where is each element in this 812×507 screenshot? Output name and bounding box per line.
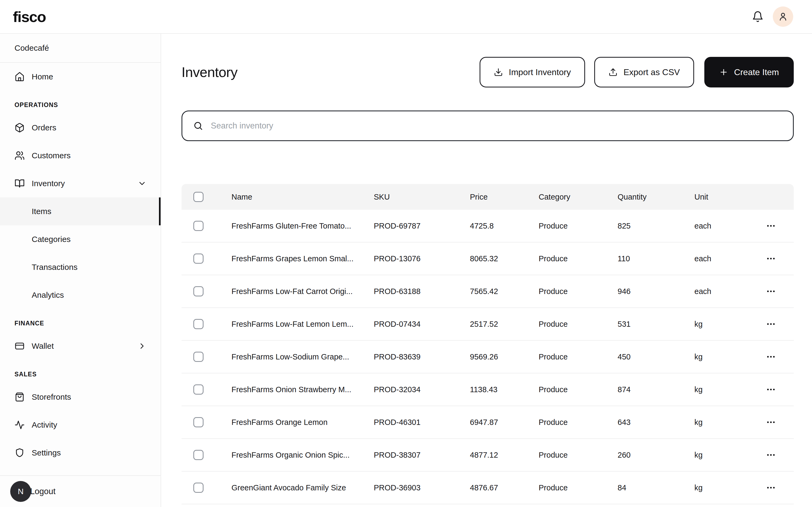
cell-actions — [748, 381, 794, 398]
cell-unit: each — [694, 287, 748, 296]
row-checkbox[interactable] — [193, 319, 204, 329]
cell-price: 4876.67 — [470, 484, 539, 492]
cell-category: Produce — [539, 320, 618, 329]
sidebar-section-operations: OPERATIONS — [0, 91, 161, 114]
row-actions-button[interactable] — [763, 414, 779, 431]
cell-quantity: 84 — [618, 484, 694, 492]
row-checkbox[interactable] — [193, 286, 204, 296]
sidebar-item-categories[interactable]: Categories — [0, 225, 161, 253]
chevron-right-icon — [138, 341, 147, 351]
row-actions-button[interactable] — [763, 283, 779, 300]
download-icon — [494, 68, 503, 77]
row-actions-button[interactable] — [763, 218, 779, 234]
sidebar-item-customers[interactable]: Customers — [0, 142, 161, 170]
package-icon — [14, 123, 25, 133]
org-switcher[interactable]: Codecafé — [0, 34, 161, 63]
sidebar-item-inventory[interactable]: Inventory — [0, 170, 161, 198]
row-actions-button[interactable] — [763, 381, 779, 398]
shopping-bag-icon — [14, 392, 25, 402]
cell-actions — [748, 414, 794, 431]
select-all-checkbox[interactable] — [193, 192, 204, 202]
cell-actions — [748, 348, 794, 365]
cell-sku: PROD-36903 — [374, 484, 470, 492]
cell-name: FreshFarms Gluten-Free Tomato... — [232, 222, 374, 230]
sidebar-item-activity[interactable]: Activity — [0, 411, 161, 439]
button-label: Create Item — [734, 67, 779, 77]
row-actions-button[interactable] — [763, 250, 779, 267]
cell-name: FreshFarms Grapes Lemon Smal... — [232, 254, 374, 263]
notifications-button[interactable] — [752, 11, 764, 22]
home-icon — [14, 72, 25, 82]
search-input[interactable] — [211, 121, 782, 131]
main-content: Inventory Import Inventory Export as CSV… — [161, 34, 812, 507]
sidebar-item-wallet[interactable]: Wallet — [0, 332, 161, 360]
cell-actions — [748, 316, 794, 332]
row-checkbox[interactable] — [193, 450, 204, 460]
user-icon — [778, 11, 789, 22]
cell-quantity: 874 — [618, 385, 694, 394]
sidebar-item-label: Customers — [32, 151, 70, 160]
cell-sku: PROD-46301 — [374, 418, 470, 427]
sidebar-item-settings[interactable]: Settings — [0, 439, 161, 467]
search-bar — [182, 111, 794, 141]
row-checkbox[interactable] — [193, 417, 204, 427]
sidebar-item-transactions[interactable]: Transactions — [0, 253, 161, 281]
chevron-down-icon — [138, 179, 147, 188]
logout-button[interactable]: Logout — [30, 487, 56, 496]
cell-unit: kg — [694, 320, 748, 329]
sidebar-item-storefronts[interactable]: Storefronts — [0, 383, 161, 411]
row-actions-button[interactable] — [763, 447, 779, 463]
table-row: FreshFarms Orange Lemon PROD-46301 6947.… — [182, 406, 794, 439]
column-header-name: Name — [232, 192, 374, 202]
row-checkbox-cell — [182, 221, 232, 231]
sidebar-section-sales: SALES — [0, 360, 161, 383]
row-checkbox[interactable] — [193, 384, 204, 395]
row-actions-button[interactable] — [763, 480, 779, 496]
row-checkbox-cell — [182, 352, 232, 362]
cell-category: Produce — [539, 352, 618, 361]
cell-quantity: 825 — [618, 222, 694, 230]
row-checkbox-cell — [182, 286, 232, 296]
cell-actions — [748, 447, 794, 463]
row-checkbox-cell — [182, 450, 232, 460]
row-actions-button[interactable] — [763, 348, 779, 365]
sidebar-item-items[interactable]: Items — [0, 198, 161, 225]
cell-price: 8065.32 — [470, 254, 539, 263]
table-row: FreshFarms Low-Fat Carrot Origi... PROD-… — [182, 275, 794, 308]
ellipsis-icon — [766, 253, 776, 264]
create-item-button[interactable]: Create Item — [704, 57, 794, 88]
table-header-row: Name SKU Price Category Quantity Unit — [182, 184, 794, 210]
cell-quantity: 110 — [618, 254, 694, 263]
sidebar-section-finance: FINANCE — [0, 309, 161, 332]
export-csv-button[interactable]: Export as CSV — [594, 57, 694, 88]
cell-price: 1138.43 — [470, 385, 539, 394]
column-header-price: Price — [470, 192, 539, 202]
cell-actions — [748, 218, 794, 234]
row-checkbox[interactable] — [193, 221, 204, 231]
cell-sku: PROD-69787 — [374, 222, 470, 230]
cell-name: FreshFarms Orange Lemon — [232, 418, 374, 427]
user-avatar[interactable]: N — [10, 481, 31, 502]
sidebar-item-home[interactable]: Home — [0, 63, 161, 91]
page-title: Inventory — [182, 64, 238, 80]
cell-quantity: 450 — [618, 352, 694, 361]
row-checkbox[interactable] — [193, 253, 204, 264]
row-checkbox-cell — [182, 319, 232, 329]
row-actions-button[interactable] — [763, 316, 779, 332]
profile-button[interactable] — [773, 6, 793, 27]
cell-quantity: 260 — [618, 451, 694, 459]
ellipsis-icon — [766, 319, 776, 329]
ellipsis-icon — [766, 352, 776, 362]
import-inventory-button[interactable]: Import Inventory — [479, 57, 585, 88]
column-header-quantity: Quantity — [618, 192, 694, 202]
row-checkbox[interactable] — [193, 352, 204, 362]
sidebar-item-label: Inventory — [32, 179, 65, 188]
sidebar-item-analytics[interactable]: Analytics — [0, 281, 161, 309]
column-header-sku: SKU — [374, 192, 470, 202]
table-row: FreshFarms Organic Onion Spic... PROD-38… — [182, 439, 794, 471]
column-header-unit: Unit — [694, 192, 748, 202]
table-row: FreshFarms Onion Strawberry M... PROD-32… — [182, 374, 794, 406]
row-checkbox[interactable] — [193, 483, 204, 493]
inventory-table: Name SKU Price Category Quantity Unit Fr… — [182, 184, 794, 504]
sidebar-item-orders[interactable]: Orders — [0, 114, 161, 142]
